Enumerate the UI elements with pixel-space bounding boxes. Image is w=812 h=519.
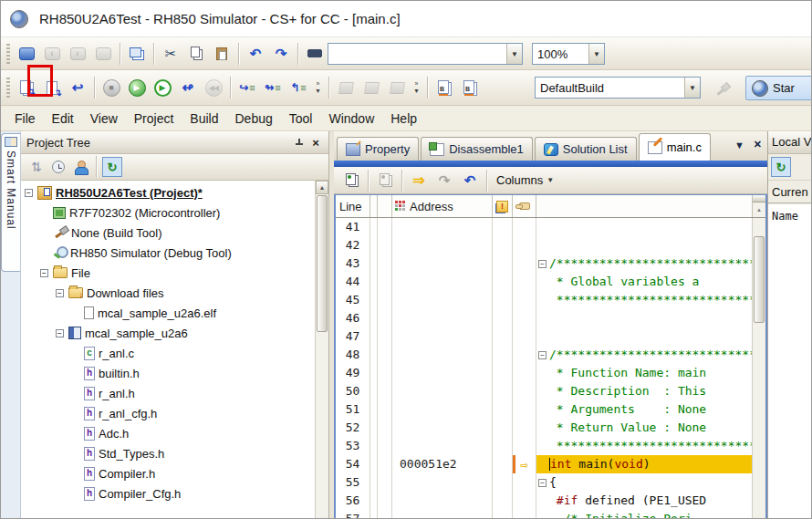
editor-scrollbar[interactable] <box>752 218 765 518</box>
find-button[interactable] <box>303 42 327 66</box>
compare-disabled-button[interactable] <box>373 169 397 192</box>
menu-build[interactable]: Build <box>182 108 226 130</box>
code-row-55[interactable]: 55−{ <box>336 473 752 492</box>
event-column-header[interactable]: ! <box>493 195 513 217</box>
expander-icon[interactable]: − <box>25 189 33 197</box>
step-return-button[interactable]: ↰≡ <box>286 76 310 99</box>
step-over-button[interactable]: ↬≡ <box>261 76 285 99</box>
scroll-up-button[interactable]: ▲ <box>316 181 328 194</box>
tab-main-c[interactable]: main.c <box>639 133 711 161</box>
menu-project[interactable]: Project <box>126 108 182 130</box>
scrollbar-corner[interactable]: ▲ <box>752 195 765 217</box>
tree-item-r-anl-h[interactable]: hr_anl.h <box>21 383 315 403</box>
rewind-button[interactable]: ◀◀ <box>202 76 225 99</box>
columns-menu-button[interactable]: Columns ▼ <box>496 173 554 187</box>
code-row-44[interactable]: 44 * Global variables a <box>336 273 752 291</box>
back-window-icon[interactable]: ‹ <box>40 42 64 66</box>
fold-toggle-icon[interactable]: − <box>538 479 547 487</box>
zoom-dropdown-button[interactable]: ▼ <box>588 44 604 64</box>
trace-tool-button[interactable] <box>334 76 358 99</box>
code-row-42[interactable]: 42 <box>336 236 752 254</box>
toolbar-overflow-button[interactable]: »▼ <box>312 76 324 99</box>
code-row-45[interactable]: 45 *************************************… <box>336 291 752 309</box>
tree-item-rh850u2a6test-project[interactable]: −RH850U2A6Test (Project)* <box>21 182 315 202</box>
build-config-combobox[interactable]: DefaultBuild ▼ <box>535 77 701 99</box>
code-row-43[interactable]: 43−/************************************… <box>336 254 752 273</box>
fold-toggle-icon[interactable]: − <box>538 351 547 359</box>
menu-edit[interactable]: Edit <box>44 108 82 130</box>
code-row-47[interactable]: 47 <box>336 327 752 346</box>
build-config-dropdown-button[interactable]: ▼ <box>684 78 700 98</box>
code-row-50[interactable]: 50 * Description : This <box>336 382 752 400</box>
redo-button[interactable]: ↷ <box>269 42 293 66</box>
forward-history-button[interactable]: ↷ <box>432 169 456 192</box>
tree-item-compiler-h[interactable]: hCompiler.h <box>21 463 315 483</box>
menu-window[interactable]: Window <box>320 108 382 130</box>
undo-button[interactable]: ↶ <box>244 42 267 66</box>
address-column-header[interactable]: Address <box>392 195 493 217</box>
code-row-52[interactable]: 52 * Return Value : None <box>336 419 752 437</box>
split-handle[interactable] <box>753 195 765 202</box>
forward-window-icon[interactable]: › <box>66 42 89 66</box>
tree-item-adc-h[interactable]: hAdc.h <box>21 423 315 443</box>
code-row-49[interactable]: 49 * Function Name: main <box>336 364 752 382</box>
build-project-button[interactable]: ↴ <box>15 76 38 99</box>
code-area[interactable]: 414243−/********************************… <box>336 218 765 518</box>
expander-icon[interactable]: − <box>56 289 64 297</box>
cascade-windows-icon[interactable] <box>125 42 149 66</box>
code-row-53[interactable]: 53 *************************************… <box>336 437 752 455</box>
zoom-combobox[interactable]: 100% ▼ <box>532 43 605 65</box>
trace-tool2-button[interactable] <box>359 76 383 99</box>
zoom-value[interactable]: 100% <box>533 47 588 61</box>
tree-item-builtin-h[interactable]: hbuiltin.h <box>21 363 315 383</box>
trace-tool3-button[interactable] <box>385 76 409 99</box>
code-row-48[interactable]: 48−/************************************… <box>336 346 752 364</box>
build-mode-button[interactable]: B <box>432 76 456 99</box>
tree-item-r-anl-c[interactable]: cr_anl.c <box>21 343 315 363</box>
tab-list-dropdown-button[interactable]: ▼ <box>734 140 744 151</box>
pin-button[interactable] <box>291 135 306 150</box>
refresh-button[interactable]: ↻ <box>771 157 791 177</box>
menu-file[interactable]: File <box>6 108 44 130</box>
tree-item-rh850-simulator-debug-tool[interactable]: RH850 Simulator (Debug Tool) <box>21 243 315 263</box>
restart-button[interactable]: ↫ <box>176 76 200 99</box>
menu-tool[interactable]: Tool <box>281 108 321 130</box>
tree-item-mcal-sample-u2a6[interactable]: −mcal_sample_u2a6 <box>21 323 315 343</box>
back-history-button[interactable]: ↶ <box>458 169 482 192</box>
toolbar-grip[interactable] <box>6 78 10 98</box>
code-row-56[interactable]: 56 #if defined (PE1_USED <box>336 492 752 510</box>
scrollbar-thumb[interactable] <box>317 195 328 332</box>
cut-button[interactable]: ✂ <box>159 42 182 66</box>
new-panel-icon[interactable] <box>15 42 38 66</box>
close-tab-button[interactable]: ✕ <box>754 139 762 151</box>
tab-property[interactable]: Property <box>337 137 419 161</box>
code-row-41[interactable]: 41 <box>336 218 752 236</box>
menu-help[interactable]: Help <box>382 108 425 130</box>
step-in-button[interactable]: ↪≡ <box>235 76 259 99</box>
tree-item-file[interactable]: −File <box>21 263 315 283</box>
stop-button[interactable]: ■ <box>99 76 123 99</box>
search-dropdown-button[interactable]: ▼ <box>506 44 522 64</box>
search-combobox[interactable]: ▼ <box>328 43 523 65</box>
refresh-button[interactable]: ↻ <box>102 157 122 177</box>
copy-button[interactable] <box>184 42 208 66</box>
build-tool-button[interactable] <box>710 78 734 102</box>
tree-item-compiler-cfg-h[interactable]: hCompiler_Cfg.h <box>21 483 315 503</box>
expander-icon[interactable]: − <box>40 269 48 277</box>
tab-disassemble1[interactable]: Disassemble1 <box>421 137 533 161</box>
pointer-column-header[interactable] <box>513 195 536 217</box>
window-gray-icon[interactable] <box>91 42 115 66</box>
tree-item-r7f702302-microcontroller[interactable]: R7F702302 (Microcontroller) <box>21 202 315 223</box>
toolbar-overflow-button[interactable]: »▼ <box>411 76 422 99</box>
build-config-value[interactable]: DefaultBuild <box>536 81 684 95</box>
return-button[interactable]: ↩ <box>66 76 89 99</box>
history-button[interactable] <box>48 157 68 177</box>
ignore-break-go-button[interactable]: ▶ <box>151 76 174 99</box>
expander-icon[interactable]: − <box>56 329 64 337</box>
start-button[interactable]: Star <box>745 76 812 100</box>
scrollbar-thumb[interactable] <box>754 236 765 323</box>
user-button[interactable] <box>70 157 90 177</box>
project-tree-scrollbar[interactable]: ▲ <box>315 181 328 519</box>
tree-item-mcal-sample-u2a6-elf[interactable]: mcal_sample_u2a6.elf <box>21 303 315 323</box>
close-panel-button[interactable]: × <box>308 135 323 150</box>
